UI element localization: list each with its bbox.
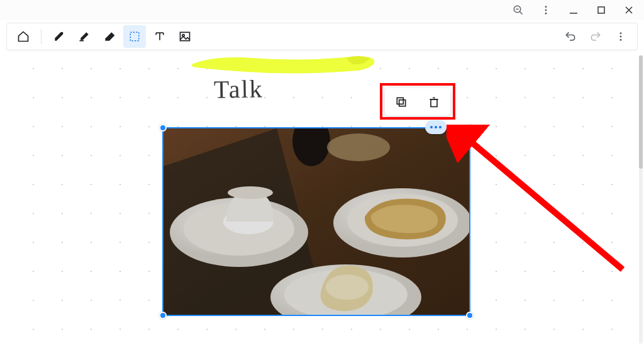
selected-image[interactable]: [162, 127, 470, 316]
zoom-out-icon[interactable]: [508, 1, 528, 19]
main-toolbar: [6, 23, 638, 50]
redo-button[interactable]: [584, 25, 607, 48]
image-content: [164, 128, 469, 315]
main-toolbar-container: [0, 20, 644, 55]
svg-line-1: [519, 11, 523, 14]
svg-point-4: [545, 9, 547, 11]
copy-button[interactable]: [390, 91, 413, 113]
svg-rect-40: [164, 128, 469, 315]
minimize-button[interactable]: [564, 1, 584, 19]
image-tool[interactable]: [174, 25, 196, 48]
resize-handle-top-right[interactable]: [466, 124, 474, 132]
resize-handle-bottom-left[interactable]: [159, 312, 167, 319]
delete-button[interactable]: [423, 91, 445, 113]
text-tool[interactable]: [148, 25, 171, 48]
svg-rect-11: [130, 32, 139, 41]
svg-rect-23: [431, 99, 437, 107]
handwritten-text: Talk: [214, 74, 264, 104]
svg-point-18: [620, 32, 622, 34]
resize-handle-bottom-right[interactable]: [466, 312, 474, 319]
home-button[interactable]: [12, 25, 35, 48]
canvas[interactable]: Talk: [6, 55, 638, 344]
resize-handle-top-left[interactable]: [159, 124, 167, 132]
window-title-bar: [0, 0, 644, 20]
svg-rect-10: [80, 40, 84, 42]
svg-rect-16: [180, 32, 190, 40]
svg-rect-22: [397, 98, 403, 104]
kebab-menu-icon[interactable]: [536, 1, 556, 19]
close-button[interactable]: [619, 1, 639, 19]
pen-tool[interactable]: [48, 25, 70, 48]
svg-point-19: [620, 36, 622, 38]
highlighter-stroke: [189, 55, 377, 77]
svg-rect-7: [598, 7, 604, 13]
select-tool[interactable]: [123, 25, 146, 48]
more-options-pill[interactable]: [425, 120, 447, 134]
toolbar-more-icon[interactable]: [609, 25, 632, 48]
maximize-button[interactable]: [591, 1, 611, 19]
undo-button[interactable]: [559, 25, 582, 48]
svg-point-3: [545, 6, 547, 8]
selection-context-menu: [385, 88, 450, 116]
svg-point-5: [545, 13, 547, 14]
highlighter-tool[interactable]: [73, 25, 96, 48]
eraser-tool[interactable]: [98, 25, 121, 48]
svg-point-20: [620, 39, 622, 41]
vertical-scrollbar[interactable]: [639, 55, 643, 344]
svg-rect-21: [399, 100, 406, 106]
toolbar-divider: [41, 29, 42, 44]
